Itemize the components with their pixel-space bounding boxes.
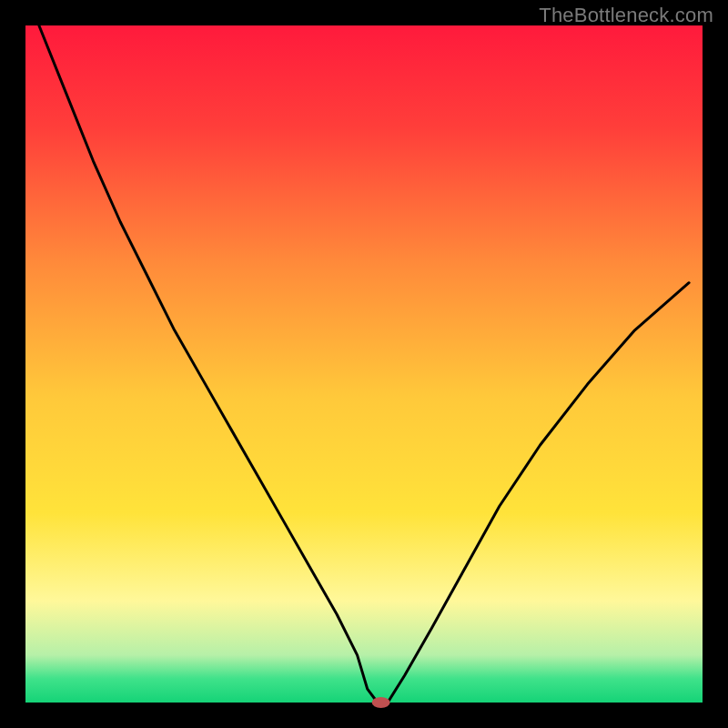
bottleneck-chart <box>0 0 728 728</box>
chart-frame <box>0 0 25 728</box>
optimal-point <box>372 697 390 708</box>
chart-container: TheBottleneck.com <box>0 0 728 728</box>
chart-frame <box>703 0 728 728</box>
watermark-text: TheBottleneck.com <box>539 4 713 27</box>
plot-background <box>25 25 703 703</box>
chart-frame <box>0 703 728 728</box>
